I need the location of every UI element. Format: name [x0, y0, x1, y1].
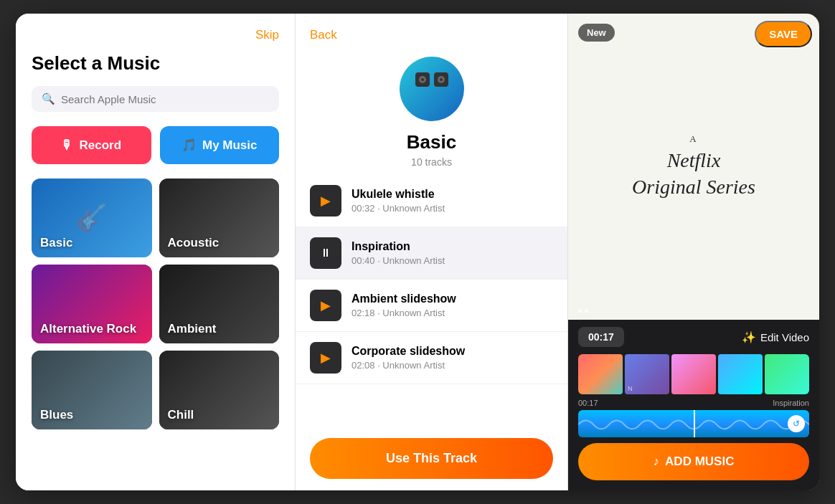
play-button-corporate[interactable]: ▶ [310, 342, 341, 374]
netflix-handwriting: NetflixOriginal Series [632, 148, 755, 200]
editor-bottom: 00:17 ✨ Edit Video N [568, 320, 819, 490]
dot-1 [578, 309, 582, 313]
genre-label-altrock: Alternative Rock [40, 322, 136, 336]
tracks-top-bar: Back [296, 14, 567, 42]
timeline-thumb-5 [765, 354, 809, 394]
search-input[interactable] [61, 93, 269, 105]
track-meta-corporate: 02:08 · Unknown Artist [352, 360, 553, 371]
video-preview: A NetflixOriginal Series New SAVE [568, 14, 819, 320]
music-note-icon: 🎵 [181, 138, 197, 153]
add-music-button[interactable]: ♪ ADD MUSIC [578, 443, 809, 480]
skip-button[interactable]: Skip [255, 28, 279, 42]
genre-card-basic[interactable]: 🎸 Basic [32, 179, 152, 257]
use-track-button[interactable]: Use This Track [310, 438, 553, 479]
edit-video-label: Edit Video [760, 331, 809, 343]
edit-video-button[interactable]: ✨ Edit Video [742, 331, 809, 344]
record-button[interactable]: 🎙 Record [32, 126, 151, 164]
track-info-inspiration: Inspiration 00:40 · Unknown Artist [352, 240, 553, 266]
netflix-a-text: A [632, 133, 755, 145]
genre-label-chill: Chill [168, 408, 194, 422]
track-item-ukulele[interactable]: ▶ Ukulele whistle 00:32 · Unknown Artist [296, 175, 567, 227]
search-bar[interactable]: 🔍 [32, 86, 279, 112]
svg-point-5 [440, 78, 443, 81]
track-name-inspiration: Inspiration [352, 240, 553, 253]
genre-card-ambient[interactable]: Ambient [159, 265, 280, 343]
video-preview-content: A NetflixOriginal Series [632, 133, 755, 200]
play-icon-ambient: ▶ [321, 298, 331, 313]
pause-button-inspiration[interactable]: ⏸ [310, 237, 341, 269]
genre-card-blues[interactable]: Blues [32, 351, 152, 429]
save-button[interactable]: SAVE [755, 21, 812, 47]
audio-labels: 00:17 Inspiration [578, 399, 809, 407]
editor-top-bar: 00:17 ✨ Edit Video [578, 327, 809, 347]
panels-wrapper: Skip Select a Music 🔍 🎙 Record 🎵 My Musi… [16, 14, 819, 490]
panel-select-music: Skip Select a Music 🔍 🎙 Record 🎵 My Musi… [16, 14, 296, 490]
genre-label-blues: Blues [40, 408, 73, 422]
genre-card-chill[interactable]: Chill [159, 351, 280, 429]
genre-card-acoustic[interactable]: Acoustic [159, 179, 280, 257]
microphone-icon: 🎙 [61, 138, 73, 153]
timeline-thumb-1 [578, 354, 623, 394]
timeline-thumb-2: N [625, 354, 669, 394]
track-meta-inspiration: 00:40 · Unknown Artist [352, 255, 553, 266]
track-name-corporate: Corporate slideshow [352, 345, 553, 358]
track-item-inspiration[interactable]: ⏸ Inspiration 00:40 · Unknown Artist [296, 227, 567, 280]
track-meta-ambient: 02:18 · Unknown Artist [352, 308, 553, 318]
track-name-ukulele: Ukulele whistle [352, 188, 553, 201]
genre-grid: 🎸 Basic Acoustic Alternative Rock Ambien… [32, 179, 279, 429]
pause-icon-inspiration: ⏸ [320, 247, 331, 260]
inspiration-label: Inspiration [773, 399, 809, 407]
track-info-corporate: Corporate slideshow 02:08 · Unknown Arti… [352, 345, 553, 371]
audio-track: ↺ [578, 410, 809, 437]
play-button-ukulele[interactable]: ▶ [310, 185, 341, 217]
track-list: ▶ Ukulele whistle 00:32 · Unknown Artist… [296, 175, 567, 429]
mymusic-button[interactable]: 🎵 My Music [160, 126, 280, 164]
audio-track-area: 00:17 Inspiration ↺ [578, 399, 809, 437]
genre-label-ambient: Ambient [168, 322, 217, 336]
music-note-icon-add: ♪ [654, 455, 660, 469]
play-icon-corporate: ▶ [321, 350, 331, 366]
tracks-header: Basic 10 tracks [296, 42, 567, 175]
timeline-strip: N [578, 354, 809, 394]
play-button-ambient[interactable]: ▶ [310, 290, 341, 321]
timeline-thumb-3 [671, 354, 716, 394]
track-item-ambient[interactable]: ▶ Ambient slideshow 02:18 · Unknown Arti… [296, 280, 567, 332]
track-info-ukulele: Ukulele whistle 00:32 · Unknown Artist [352, 188, 553, 214]
search-icon: 🔍 [42, 92, 55, 105]
timeline-thumb-4 [718, 354, 763, 394]
speaker-icon [414, 71, 450, 107]
album-icon [400, 57, 464, 121]
select-music-title: Select a Music [32, 52, 279, 75]
track-info-ambient: Ambient slideshow 02:18 · Unknown Artist [352, 293, 553, 318]
dot-2 [585, 309, 588, 313]
track-meta-ukulele: 00:32 · Unknown Artist [352, 203, 553, 214]
sparkle-icon: ✨ [742, 331, 756, 344]
track-item-corporate[interactable]: ▶ Corporate slideshow 02:08 · Unknown Ar… [296, 332, 567, 384]
audio-end-icon: ↺ [788, 415, 805, 432]
track-name-ambient: Ambient slideshow [352, 293, 553, 305]
back-button[interactable]: Back [310, 28, 337, 42]
timecode-display: 00:17 [578, 327, 624, 347]
action-buttons: 🎙 Record 🎵 My Music [32, 126, 279, 164]
add-music-label: ADD MUSIC [665, 455, 734, 469]
panel1-top-bar: Skip [32, 28, 279, 42]
audio-playhead [694, 410, 695, 437]
audio-timecode-label: 00:17 [578, 399, 598, 407]
panel-tracks: Back Basic 10 tracks [296, 14, 568, 490]
panel-editor: A NetflixOriginal Series New SAVE 00:17 … [568, 14, 819, 490]
app-container: Skip Select a Music 🔍 🎙 Record 🎵 My Musi… [0, 0, 835, 504]
genre-label-acoustic: Acoustic [168, 236, 220, 250]
video-dots [578, 309, 588, 313]
svg-point-2 [421, 78, 424, 81]
album-title: Basic [407, 131, 456, 153]
genre-card-altrock[interactable]: Alternative Rock [32, 265, 152, 343]
genre-label-basic: Basic [40, 236, 72, 250]
badge-new: New [578, 24, 615, 42]
play-icon-ukulele: ▶ [321, 193, 331, 209]
tracks-count: 10 tracks [411, 156, 452, 168]
